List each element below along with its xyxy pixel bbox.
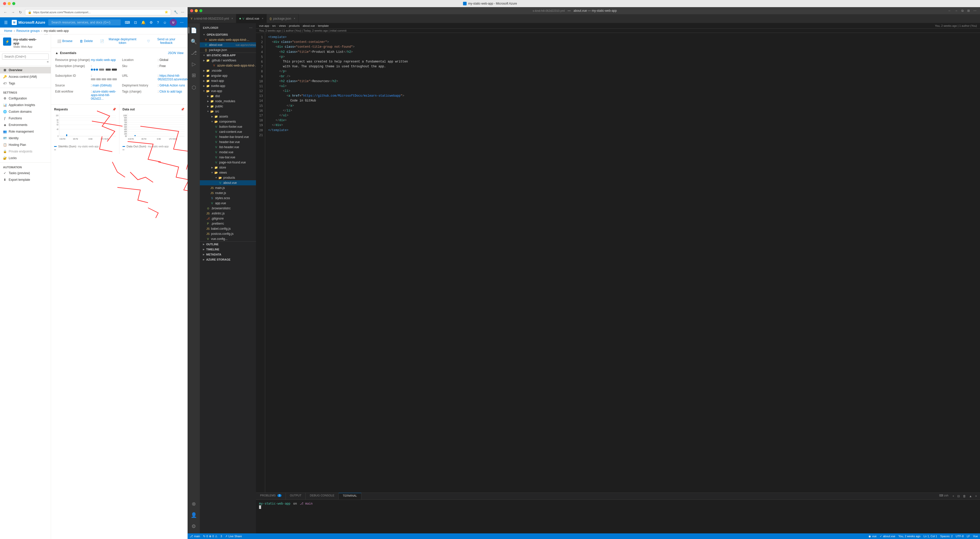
tree-node-modules[interactable]: ▶ 📁 node_modules xyxy=(200,99,256,104)
activity-source-control[interactable]: ⎇ xyxy=(189,48,199,58)
sidebar-item-role-management[interactable]: 👥 Role management xyxy=(0,128,51,135)
deploy-history-link[interactable]: GitHub Action runs xyxy=(159,84,185,87)
source-link[interactable]: main (GitHub) xyxy=(93,84,112,87)
vscode-forward-btn[interactable]: → xyxy=(954,8,959,13)
metadata-header[interactable]: ▶ METADATA xyxy=(200,252,256,257)
vscode-close-button[interactable] xyxy=(190,9,193,12)
activity-explorer[interactable]: 📄 xyxy=(189,25,199,35)
tree-vue-config[interactable]: V vue.config... xyxy=(200,236,256,241)
vscode-minimize-button[interactable] xyxy=(195,9,198,12)
tree-about-vue[interactable]: V about.vue xyxy=(200,180,256,185)
sidebar-item-locks[interactable]: 🔐 Locks xyxy=(0,155,51,162)
back-button[interactable]: ← xyxy=(3,9,8,15)
vscode-fullscreen-button[interactable] xyxy=(199,9,202,12)
tree-page-not-found[interactable]: V page-not-found.vue xyxy=(200,160,256,165)
tree-svelte[interactable]: ▶ 📁 svelte-app xyxy=(200,83,256,89)
sidebar-item-identity[interactable]: 🪪 Identity xyxy=(0,135,51,141)
tree-store[interactable]: ▶ 📁 store xyxy=(200,165,256,170)
statusbar-line-ending[interactable]: LF xyxy=(967,535,970,538)
address-bar[interactable]: 🔒 https://portal.azure.com/?feature.cust… xyxy=(25,9,171,15)
tree-styles-scss[interactable]: S styles.scss xyxy=(200,195,256,201)
sidebar-item-tasks[interactable]: ✓ Tasks (preview) xyxy=(0,170,51,176)
tree-router-js[interactable]: JS router.js xyxy=(200,190,256,195)
browse-button[interactable]: ⬜ Browse xyxy=(55,38,75,44)
more-button[interactable]: ⋯ xyxy=(179,19,185,25)
json-view-link[interactable]: JSON View xyxy=(168,51,183,55)
tree-header-bar[interactable]: V header-bar.vue xyxy=(200,140,256,144)
tree-babel-config[interactable]: JS babel.config.js xyxy=(200,226,256,231)
tree-yml-file[interactable]: Y azure-static-web-apps-kind-... xyxy=(200,63,256,68)
open-editor-about-vue[interactable]: V about.vue vue-app/src/views xyxy=(200,42,256,48)
statusbar-live-share[interactable]: ↗ Live Share xyxy=(225,535,242,538)
statusbar-remote[interactable]: 3 xyxy=(221,535,222,538)
delete-button[interactable]: 🗑 Delete xyxy=(78,38,95,44)
statusbar-encoding[interactable]: UTF-8 xyxy=(956,535,964,538)
breadcrumb-products[interactable]: products xyxy=(289,24,300,27)
terminal-area[interactable]: my-static-web-app on ⎇ main xyxy=(256,500,980,533)
yml-tab-close[interactable]: × xyxy=(231,17,233,20)
tab-output[interactable]: OUTPUT xyxy=(286,493,306,499)
refresh-button[interactable]: ↻ xyxy=(18,9,23,15)
sidebar-item-application-insights[interactable]: 📊 Application Insights xyxy=(0,102,51,108)
rg-link[interactable]: my-static-web-app xyxy=(91,58,116,62)
essentials-title[interactable]: ▲ Essentials xyxy=(55,51,76,55)
tags-link[interactable]: Click to add tags xyxy=(159,90,182,94)
vscode-layout-btn[interactable]: ⊞ xyxy=(966,8,971,13)
tree-react[interactable]: ▶ 📁 react-app xyxy=(200,78,256,83)
activity-remote[interactable]: ⊗ xyxy=(189,499,199,509)
json-tab-close[interactable]: × xyxy=(294,17,295,20)
tree-src[interactable]: ▼ 📂 src xyxy=(200,109,256,114)
feedback-button[interactable]: ☺ xyxy=(162,19,168,25)
tree-prettierrc[interactable]: P .prettierrc xyxy=(200,221,256,226)
fullscreen-button[interactable] xyxy=(12,2,15,5)
extensions-button[interactable]: 🔧 xyxy=(173,10,179,15)
statusbar-language[interactable]: Vue xyxy=(973,535,978,538)
breadcrumb-home[interactable]: Home xyxy=(4,29,12,33)
workflow-link[interactable]: azure-static-web-apps-kind-hill-062d22..… xyxy=(91,90,116,100)
tree-button-footer[interactable]: V button-footer.vue xyxy=(200,124,256,129)
tree-list-header[interactable]: V list-header.vue xyxy=(200,144,256,150)
open-editors-header[interactable]: ▼ OPEN EDITORS xyxy=(200,32,256,37)
breadcrumb-resource-groups[interactable]: Resource groups xyxy=(16,29,40,33)
breadcrumb-about-vue[interactable]: about.vue xyxy=(303,24,315,27)
tab-debug-console[interactable]: DEBUG CONSOLE xyxy=(306,493,339,499)
directory-button[interactable]: ⊡ xyxy=(133,19,138,25)
sidebar-item-tags[interactable]: 🏷 Tags xyxy=(0,80,51,87)
requests-pin-button[interactable]: 📌 xyxy=(112,108,116,111)
avatar[interactable]: U xyxy=(170,19,177,26)
cloud-shell-button[interactable]: ⌨ xyxy=(124,19,131,25)
tab-problems[interactable]: PROBLEMS 3 xyxy=(256,493,286,499)
editor-content[interactable]: 1 2 3 4 5 6 7 8 9 10 11 12 13 14 xyxy=(256,33,980,493)
sidebar-item-functions[interactable]: ƒ Functions xyxy=(0,115,51,122)
activity-settings[interactable]: ⚙ xyxy=(189,521,199,531)
tab-package-json[interactable]: {} package.json × xyxy=(267,14,299,23)
open-editor-package-json[interactable]: {} package.json xyxy=(200,48,256,52)
tree-public[interactable]: ▶ 📁 public xyxy=(200,104,256,109)
tree-eslintrc[interactable]: JS .eslintrc.js xyxy=(200,211,256,216)
tree-products[interactable]: ▼ 📂 products xyxy=(200,175,256,180)
sidebar-item-private-endpoints[interactable]: 🔒 Private endpoints xyxy=(0,148,51,155)
dataout-pin-button[interactable]: 📌 xyxy=(181,108,185,111)
tree-main-js[interactable]: JS main.js xyxy=(200,185,256,190)
resource-menu-button[interactable]: ⋯ xyxy=(44,35,48,36)
close-panel-button[interactable]: × xyxy=(974,494,978,498)
vscode-back-btn[interactable]: ← xyxy=(947,8,952,13)
tree-vue-app[interactable]: ▼ 📂 vue-app xyxy=(200,89,256,94)
azure-storage-header[interactable]: ▶ AZURE STORAGE xyxy=(200,257,256,262)
tree-assets[interactable]: ▶ 📁 assets xyxy=(200,114,256,119)
breadcrumb-src[interactable]: src xyxy=(272,24,276,27)
sidebar-item-overview[interactable]: ⊞ Overview xyxy=(0,67,51,73)
tree-modal[interactable]: V modal.vue xyxy=(200,150,256,155)
file-tree-header[interactable]: ▼ MY-STATIC-WEB-APP xyxy=(200,53,256,58)
tree-dist[interactable]: ▶ 📁 dist xyxy=(200,94,256,99)
tree-card-content[interactable]: V card-content.vue xyxy=(200,129,256,134)
tab-terminal[interactable]: TERMINAL xyxy=(339,493,361,499)
statusbar-sync[interactable]: ↻ 0 ⊗ 0 ⚠ xyxy=(203,535,218,538)
activity-search[interactable]: 🔍 xyxy=(189,36,199,47)
statusbar-vue[interactable]: ◉ vue xyxy=(869,535,877,538)
tree-components[interactable]: ▼ 📂 components xyxy=(200,119,256,124)
close-button[interactable] xyxy=(3,2,6,5)
breadcrumb-template[interactable]: template xyxy=(318,24,329,27)
code-area[interactable]: <template> <div class="content-container… xyxy=(265,33,980,493)
azure-search-input[interactable] xyxy=(48,19,121,25)
